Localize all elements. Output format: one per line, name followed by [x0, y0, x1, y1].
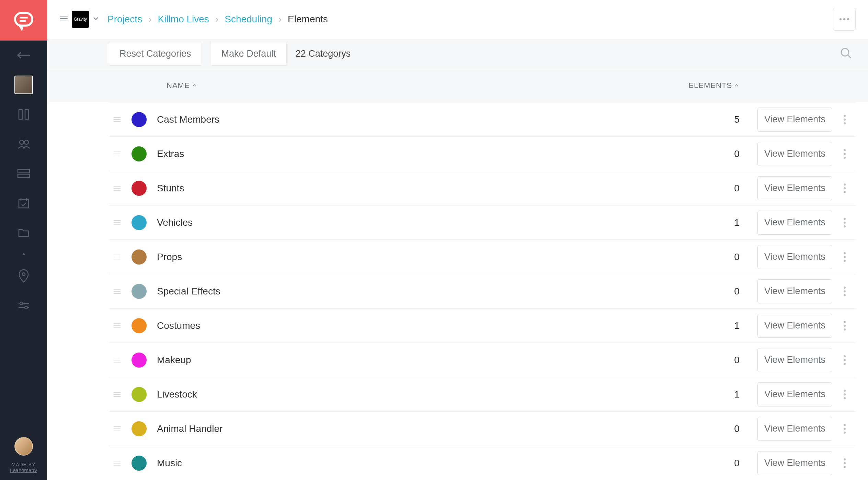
table-row: Special Effects 0 View Elements [109, 274, 856, 308]
column-header-elements[interactable]: ELEMENTS [643, 81, 739, 90]
category-name: Props [157, 252, 716, 263]
reset-categories-button[interactable]: Reset Categories [109, 42, 202, 66]
table-row: Extras 0 View Elements [109, 136, 856, 171]
table-row: Music 0 View Elements [109, 446, 856, 480]
drag-handle-icon[interactable] [109, 185, 125, 191]
view-elements-button[interactable]: View Elements [757, 279, 832, 303]
drag-handle-icon[interactable] [109, 254, 125, 260]
category-name: Stunts [157, 183, 716, 194]
view-elements-button[interactable]: View Elements [757, 451, 832, 475]
table-header: NAME ELEMENTS [47, 69, 868, 102]
chevron-down-icon[interactable] [92, 15, 99, 23]
view-elements-button[interactable]: View Elements [757, 382, 832, 406]
breadcrumb-current: Elements [288, 14, 328, 25]
breadcrumb-project[interactable]: Killmo Lives [158, 14, 209, 25]
drag-handle-icon[interactable] [109, 357, 125, 363]
breadcrumb-scheduling[interactable]: Scheduling [225, 14, 272, 25]
row-more-button[interactable] [836, 183, 853, 193]
category-color-dot [132, 146, 147, 161]
category-color-dot [132, 112, 147, 127]
view-elements-button[interactable]: View Elements [757, 176, 832, 200]
nav-calendar-icon[interactable] [0, 188, 47, 218]
project-logo[interactable]: Gravity [72, 11, 89, 28]
view-elements-button[interactable]: View Elements [757, 142, 832, 166]
nav-dot-icon[interactable] [0, 247, 47, 261]
row-more-button[interactable] [836, 287, 853, 296]
category-color-dot [132, 249, 147, 265]
app-logo[interactable] [0, 0, 47, 41]
nav-back[interactable] [0, 41, 47, 70]
nav-location-icon[interactable] [0, 261, 47, 291]
row-more-button[interactable] [836, 424, 853, 434]
element-count: 0 [716, 286, 757, 297]
topbar: Gravity Projects › Killmo Lives › Schedu… [47, 0, 868, 39]
svg-point-17 [25, 306, 27, 309]
svg-line-22 [848, 55, 851, 58]
chevron-right-icon: › [148, 14, 151, 25]
element-count: 0 [716, 423, 757, 434]
category-name: Animal Handler [157, 423, 716, 434]
row-more-button[interactable] [836, 355, 853, 365]
drag-handle-icon[interactable] [109, 220, 125, 226]
row-more-button[interactable] [836, 218, 853, 227]
table-row: Makeup 0 View Elements [109, 343, 856, 377]
category-name: Special Effects [157, 286, 716, 297]
view-elements-button[interactable]: View Elements [757, 245, 832, 269]
svg-point-6 [24, 140, 28, 144]
footer-avatar[interactable] [14, 437, 33, 456]
row-more-button[interactable] [836, 458, 853, 468]
nav-settings-icon[interactable] [0, 291, 47, 320]
view-elements-button[interactable]: View Elements [757, 108, 832, 132]
row-more-button[interactable] [836, 115, 853, 124]
svg-point-21 [841, 48, 849, 56]
view-elements-button[interactable]: View Elements [757, 211, 832, 235]
view-elements-button[interactable]: View Elements [757, 348, 832, 372]
nav-list-icon[interactable] [0, 159, 47, 188]
svg-rect-4 [25, 110, 28, 119]
make-default-button[interactable]: Make Default [211, 42, 287, 66]
row-more-button[interactable] [836, 252, 853, 262]
table-row: Animal Handler 0 View Elements [109, 411, 856, 446]
drag-handle-icon[interactable] [109, 460, 125, 466]
chevron-right-icon: › [215, 14, 218, 25]
category-color-dot [132, 353, 147, 368]
search-icon[interactable] [836, 44, 856, 64]
table-row: Stunts 0 View Elements [109, 171, 856, 205]
category-color-dot [132, 181, 147, 196]
row-more-button[interactable] [836, 390, 853, 399]
column-header-name[interactable]: NAME [109, 81, 643, 90]
view-elements-button[interactable]: View Elements [757, 417, 832, 441]
nav-team-icon[interactable] [0, 129, 47, 159]
drag-handle-icon[interactable] [109, 288, 125, 294]
svg-rect-3 [19, 110, 22, 119]
drag-handle-icon[interactable] [109, 323, 125, 329]
category-count-label: 22 Categorys [296, 48, 351, 59]
nav-boards-icon[interactable] [0, 100, 47, 129]
menu-lines-icon[interactable] [59, 14, 68, 24]
breadcrumb-projects[interactable]: Projects [107, 14, 142, 25]
svg-point-13 [22, 273, 25, 276]
table-row: Vehicles 1 View Elements [109, 205, 856, 239]
more-options-button[interactable] [833, 8, 856, 31]
svg-rect-9 [19, 200, 28, 208]
table-row: Cast Members 5 View Elements [109, 102, 856, 136]
view-elements-button[interactable]: View Elements [757, 314, 832, 338]
nav-folder-icon[interactable] [0, 218, 47, 247]
sort-caret-icon [192, 81, 197, 90]
drag-handle-icon[interactable] [109, 426, 125, 432]
row-more-button[interactable] [836, 149, 853, 159]
element-count: 0 [716, 458, 757, 469]
element-count: 0 [716, 148, 757, 159]
row-more-button[interactable] [836, 321, 853, 331]
category-name: Cast Members [157, 114, 716, 125]
user-avatar[interactable] [0, 70, 47, 100]
drag-handle-icon[interactable] [109, 151, 125, 157]
drag-handle-icon[interactable] [109, 391, 125, 398]
category-color-dot [132, 421, 147, 436]
category-name: Makeup [157, 355, 716, 366]
drag-handle-icon[interactable] [109, 116, 125, 123]
table-row: Props 0 View Elements [109, 239, 856, 274]
element-count: 5 [716, 114, 757, 125]
svg-point-5 [20, 140, 24, 144]
category-color-dot [132, 284, 147, 299]
